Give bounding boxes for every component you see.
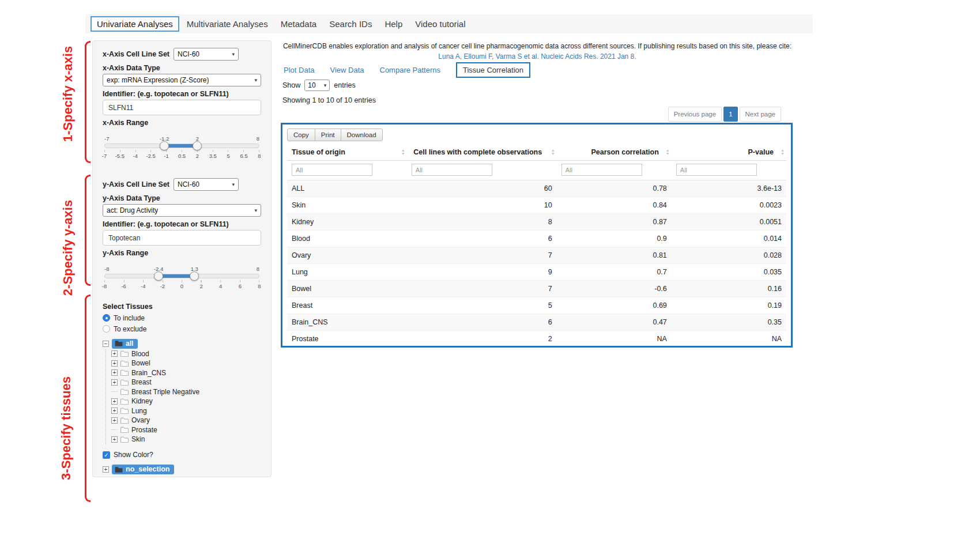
x-axis-identifier-input[interactable]: [103, 100, 261, 115]
tissue-include-radio[interactable]: To include: [103, 312, 261, 323]
x-axis-cell-line-set-select[interactable]: NCI-60 ▾: [174, 48, 239, 61]
entries-per-page-select[interactable]: 10 ▾: [304, 80, 330, 91]
expand-icon[interactable]: +: [111, 379, 118, 386]
nav-video-tutorial[interactable]: Video tutorial: [409, 16, 472, 32]
y-axis-range-label: y-Axis Range: [103, 249, 261, 257]
sort-icon: ▲▼: [781, 149, 785, 156]
slider-tick-marks: [104, 280, 259, 282]
x-axis-controls: x-Axis Cell Line Set NCI-60 ▾ x-Axis Dat…: [103, 48, 261, 161]
tick-label: -1: [164, 153, 168, 159]
expand-icon[interactable]: +: [111, 360, 118, 367]
filter-tissue-of-origin[interactable]: [292, 164, 372, 176]
table-filter-row: [287, 161, 786, 180]
nav-metadata[interactable]: Metadata: [274, 16, 323, 32]
y-axis-data-type-select[interactable]: act: Drug Activity ▾: [103, 204, 261, 217]
filter-p-value[interactable]: [676, 164, 757, 176]
tree-node-breast[interactable]: + Breast: [111, 378, 261, 387]
tab-tissue-correlation[interactable]: Tissue Correlation: [456, 62, 530, 78]
next-page-button[interactable]: Next page: [740, 107, 781, 122]
tick-label: 8: [258, 283, 261, 289]
x-axis-range-slider[interactable]: -7 -1.2 2 8 -7 -5.5 -4 -2.5 -1 0.5 2 3.5…: [104, 135, 259, 161]
folder-icon: [120, 427, 129, 433]
slider-min-label: -7: [104, 135, 109, 142]
tree-node-all-chip: all: [112, 339, 138, 349]
copy-button[interactable]: Copy: [287, 129, 315, 141]
chevron-down-icon: ▾: [232, 51, 235, 57]
expand-icon[interactable]: +: [103, 466, 109, 473]
cell-observations: 60: [407, 180, 557, 197]
tree-node-all[interactable]: − all: [103, 339, 261, 349]
expand-icon[interactable]: +: [111, 398, 118, 405]
tree-node-no-selection[interactable]: + no_selection: [103, 465, 261, 475]
chevron-down-icon: ▾: [254, 207, 257, 213]
slider-handle-high[interactable]: [190, 271, 199, 281]
citation-link[interactable]: Luna A, Elloumi F, Varma S et al. Nuclei…: [281, 51, 793, 62]
nav-multivariate-analyses[interactable]: Multivariate Analyses: [180, 16, 274, 32]
y-axis-cell-line-set-select[interactable]: NCI-60 ▾: [174, 178, 239, 191]
folder-icon: [115, 466, 123, 473]
expand-icon[interactable]: +: [111, 436, 118, 443]
entries-per-page-value: 10: [308, 81, 315, 89]
page-1-button[interactable]: 1: [723, 107, 737, 122]
collapse-icon[interactable]: −: [103, 341, 109, 347]
slider-range-fill: [159, 274, 194, 278]
slider-handle-high[interactable]: [193, 141, 202, 150]
show-color-checkbox[interactable]: ✓ Show Color?: [103, 450, 261, 461]
tab-plot-data[interactable]: Plot Data: [284, 66, 314, 74]
radio-label: To exclude: [114, 325, 146, 333]
filter-pearson-correlation[interactable]: [561, 164, 642, 176]
cell-observations: 6: [407, 314, 557, 331]
radio-unchecked-icon: [103, 325, 110, 333]
tab-compare-patterns[interactable]: Compare Patterns: [380, 66, 441, 74]
tree-node-bowel[interactable]: + Bowel: [111, 358, 261, 368]
tick-label: 5: [227, 153, 230, 159]
filter-cell-lines[interactable]: [412, 164, 492, 176]
tree-node-blood[interactable]: + Blood: [111, 349, 261, 359]
tree-node-breast-triple-negative[interactable]: Breast Triple Negative: [111, 387, 261, 397]
tissue-exclude-radio[interactable]: To exclude: [103, 323, 261, 334]
expand-icon[interactable]: +: [111, 369, 118, 376]
previous-page-button[interactable]: Previous page: [668, 107, 722, 122]
annotation-bracket-2: [85, 175, 91, 286]
tree-node-label: Prostate: [131, 426, 157, 434]
nav-search-ids[interactable]: Search IDs: [323, 16, 378, 32]
expand-icon[interactable]: +: [111, 407, 118, 414]
tree-node-no-selection-chip: no_selection: [112, 465, 174, 474]
slider-track: [104, 274, 259, 278]
expand-icon[interactable]: +: [111, 350, 118, 357]
tab-view-data[interactable]: View Data: [330, 66, 364, 74]
column-header-pearson-correlation[interactable]: Pearson correlation ▲▼: [557, 144, 672, 161]
slider-tick-marks: [104, 150, 259, 152]
tick-label: -7: [102, 153, 107, 159]
y-axis-identifier-input[interactable]: [103, 230, 261, 246]
download-button[interactable]: Download: [341, 129, 383, 141]
tree-node-lung[interactable]: + Lung: [111, 406, 261, 416]
tree-node-skin[interactable]: + Skin: [111, 435, 261, 444]
entries-control: Show 10 ▾ entries: [282, 80, 356, 91]
tree-node-ovary[interactable]: + Ovary: [111, 416, 261, 425]
x-axis-data-type-select[interactable]: exp: mRNA Expression (Z-Score) ▾: [103, 74, 261, 86]
column-header-cell-lines[interactable]: Cell lines with complete observations ▲▼: [407, 144, 557, 161]
tree-node-brain-cns[interactable]: + Brain_CNS: [111, 368, 261, 378]
cell-tissue: Bowel: [287, 281, 407, 297]
column-header-label: Tissue of origin: [292, 148, 345, 156]
tree-node-kidney[interactable]: + Kidney: [111, 397, 261, 406]
column-header-tissue-of-origin[interactable]: Tissue of origin ▲▼: [287, 144, 407, 161]
column-header-p-value[interactable]: P-value ▲▼: [672, 144, 786, 161]
nav-help[interactable]: Help: [378, 16, 409, 32]
folder-icon: [120, 369, 129, 376]
tree-node-prostate[interactable]: Prostate: [111, 425, 261, 435]
cell-tissue: Ovary: [287, 247, 407, 264]
slider-handle-low[interactable]: [154, 271, 163, 281]
tree-connector: [111, 391, 118, 392]
slider-handle-low[interactable]: [160, 141, 169, 150]
tick-label: 6.5: [240, 153, 247, 159]
cell-pvalue: NA: [672, 331, 786, 348]
tissue-correlation-panel: Copy Print Download Tissue of origin ▲▼ …: [281, 123, 793, 348]
tick-label: -8: [102, 283, 107, 289]
expand-icon[interactable]: +: [111, 417, 118, 424]
annotation-step1: 1-Specify x-axis: [61, 36, 76, 152]
y-axis-range-slider[interactable]: -8 -2.4 1.3 8 -8 -6 -4 -2 0 2 4 6 8: [104, 266, 259, 291]
nav-univariate-analyses[interactable]: Univariate Analyses: [91, 16, 179, 32]
print-button[interactable]: Print: [315, 129, 341, 141]
